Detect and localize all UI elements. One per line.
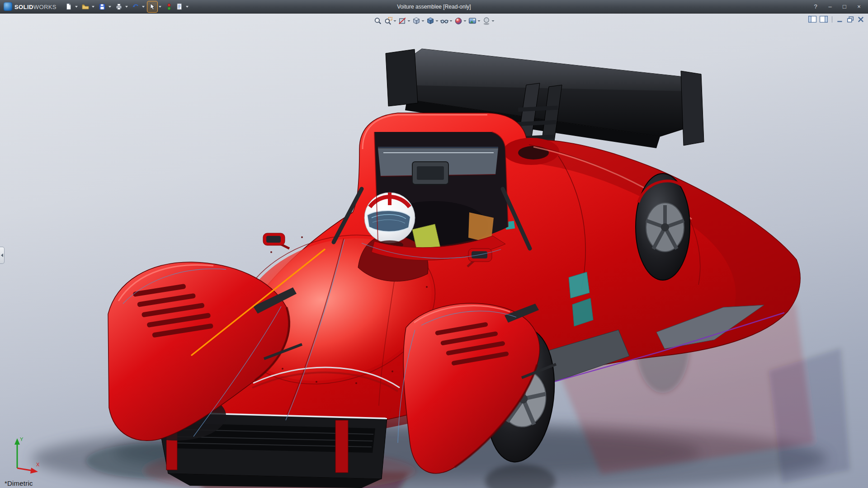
y-axis-arrow	[14, 438, 20, 445]
options-dropdown-caret[interactable]	[186, 6, 189, 8]
hide-show-items-button[interactable]	[440, 16, 453, 26]
brand-solid-text: SOLID	[14, 4, 33, 10]
undo-button[interactable]	[131, 1, 141, 12]
open-folder-icon	[81, 3, 90, 11]
reference-triad: X Y	[6, 435, 44, 475]
scene-icon	[468, 17, 477, 25]
rebuild-stoplight-icon	[165, 3, 173, 11]
zoom-dropdown-caret[interactable]	[394, 20, 396, 22]
file-properties-button[interactable]	[175, 1, 184, 12]
zoom-to-area-button[interactable]	[384, 16, 397, 26]
save-disk-icon	[98, 3, 106, 11]
save-dropdown-caret[interactable]	[108, 6, 111, 8]
select-dropdown-caret[interactable]	[159, 6, 161, 8]
open-dropdown-caret[interactable]	[92, 6, 94, 8]
apply-scene-button[interactable]	[468, 16, 481, 26]
edit-appearance-button[interactable]	[454, 16, 467, 26]
appearance-dropdown-caret[interactable]	[464, 20, 467, 22]
new-button[interactable]	[64, 1, 74, 12]
close-button[interactable]: ×	[855, 4, 863, 9]
new-dropdown-caret[interactable]	[75, 6, 78, 8]
minimize-document-button[interactable]	[836, 16, 844, 23]
section-view-button[interactable]	[398, 16, 411, 26]
y-axis-label: Y	[20, 436, 24, 442]
open-button[interactable]	[80, 1, 90, 12]
section-dropdown-caret[interactable]	[408, 20, 410, 22]
help-button[interactable]: ?	[812, 4, 819, 9]
select-cursor-icon	[148, 3, 156, 11]
appearance-ball-icon	[454, 17, 463, 25]
x-axis-arrow	[30, 468, 38, 474]
brand-works-text: WORKS	[33, 4, 57, 10]
window-controls: ? – □ ×	[812, 4, 868, 9]
document-window-controls	[808, 16, 864, 23]
undo-arrow-icon	[132, 3, 140, 11]
rear-right-wheel	[636, 174, 690, 280]
main-toolbar	[64, 1, 191, 12]
new-document-icon	[65, 3, 73, 11]
view-orientation-cube-icon	[412, 17, 421, 25]
section-view-icon	[398, 17, 407, 25]
heads-up-view-toolbar	[371, 15, 498, 27]
view-orientation-label: *Dimetric	[5, 479, 33, 487]
zoom-to-area-icon	[384, 17, 393, 25]
view-settings-button[interactable]	[482, 16, 495, 26]
print-icon	[115, 3, 123, 11]
undo-dropdown-caret[interactable]	[142, 6, 145, 8]
minimize-button[interactable]: –	[826, 4, 834, 9]
brand-text: SOLIDWORKS	[14, 3, 57, 11]
zoom-to-fit-button[interactable]	[373, 16, 383, 26]
rebuild-button[interactable]	[164, 1, 174, 12]
separator	[832, 16, 832, 23]
x-axis-label: X	[36, 462, 40, 467]
chevron-left-icon	[1, 253, 3, 257]
graphics-viewport[interactable]: X Y *Dimetric	[0, 14, 868, 488]
feature-manager-collapsed-tab[interactable]	[0, 247, 5, 264]
display-style-dropdown-caret[interactable]	[436, 20, 439, 22]
view-orientation-button[interactable]	[412, 16, 425, 26]
dassault-logo-icon	[4, 2, 12, 11]
view-settings-dropdown-caret[interactable]	[492, 20, 495, 22]
display-style-cube-icon	[426, 17, 435, 25]
solidworks-window: SOLIDWORKS	[0, 0, 868, 488]
display-style-button[interactable]	[426, 16, 439, 26]
maximize-button[interactable]: □	[841, 4, 848, 9]
3d-scene[interactable]	[0, 14, 868, 488]
close-document-button[interactable]	[857, 16, 864, 23]
file-properties-icon	[175, 3, 184, 11]
zoom-to-fit-icon	[374, 17, 382, 25]
restore-document-button[interactable]	[847, 16, 854, 23]
feature-manager-pane-toggle[interactable]	[808, 16, 816, 23]
glasses-icon	[440, 17, 449, 25]
solidworks-brand: SOLIDWORKS	[0, 2, 64, 11]
orientation-dropdown-caret[interactable]	[422, 20, 425, 22]
hide-show-dropdown-caret[interactable]	[450, 20, 453, 22]
title-bar: SOLIDWORKS	[0, 0, 868, 14]
window-title: Voiture assemblee [Read-only]	[397, 4, 471, 10]
print-button[interactable]	[114, 1, 124, 12]
save-button[interactable]	[97, 1, 107, 12]
display-pane-toggle[interactable]	[820, 16, 828, 23]
print-dropdown-caret[interactable]	[125, 6, 128, 8]
scene-dropdown-caret[interactable]	[478, 20, 481, 22]
view-settings-sphere-icon	[482, 17, 491, 25]
select-button[interactable]	[147, 1, 157, 12]
